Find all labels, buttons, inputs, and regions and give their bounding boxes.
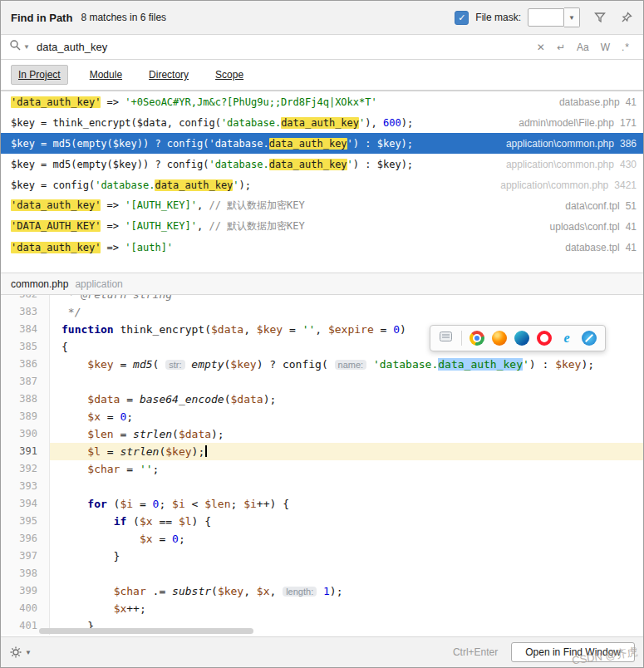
result-location: database.tpl41 [565,242,637,253]
chevron-down-icon[interactable]: ▼ [564,7,580,27]
search-input[interactable]: data_auth_key [37,41,107,53]
horizontal-scrollbar[interactable] [39,628,253,634]
code-segment: == [153,515,179,528]
code-segment: => [101,220,125,232]
code-segment: str: [165,360,184,370]
code-segment: 'database. [95,179,155,191]
code-segment: = [283,323,302,336]
chrome-icon[interactable] [469,331,484,346]
results-editor-splitter[interactable] [1,258,643,273]
open-in-browser-icon[interactable] [439,330,454,346]
result-row[interactable]: $key = config('database.data_auth_key');… [1,174,643,195]
editor-line[interactable]: 392 $char = ''; [1,460,643,478]
code-segment: // 默认数据加密KEY [209,220,304,232]
tab-scope[interactable]: Scope [210,66,248,84]
pin-icon[interactable] [620,11,633,24]
file-mask-input[interactable] [528,8,564,27]
tab-directory[interactable]: Directory [144,66,194,84]
search-bar[interactable]: ▼ data_auth_key ✕ ↵ Aa W .* [1,35,643,60]
whole-words-icon[interactable]: W [601,42,610,52]
editor-line[interactable]: 388 $data = base64_encode($data); [1,390,643,408]
editor-line[interactable]: 393 [1,478,643,495]
line-number: 389 [1,408,50,425]
match-case-icon[interactable]: Aa [577,42,589,52]
dialog-title: Find in Path [11,12,72,24]
preview-module-name: application [75,278,122,290]
firefox-icon[interactable] [492,331,507,346]
code-segment: */ [61,306,81,318]
opera-icon[interactable] [537,331,552,346]
result-row[interactable]: 'data_auth_key' => '[AUTH_KEY]', // 默认数据… [1,195,643,216]
code-segment: $l [179,515,192,528]
line-number: 392 [1,460,50,478]
result-row[interactable]: $key = think_encrypt($data, config('data… [1,112,643,133]
search-history-chevron-icon[interactable]: ▼ [23,43,30,51]
open-in-find-window-button[interactable]: Open in Find Window [511,642,635,662]
code-segment: ); [211,428,224,440]
code-segment: $char [87,463,120,475]
line-number: 399 [1,582,50,600]
editor-line[interactable]: 387 [1,373,643,390]
settings-control[interactable]: ▼ [9,646,32,659]
editor-line[interactable]: 390 $len = strlen($data); [1,425,643,443]
internet-explorer-icon[interactable] [559,331,574,346]
clear-search-icon[interactable]: ✕ [537,42,545,52]
code-segment: $key [218,585,243,597]
editor-code: * @return string [50,295,643,303]
editor-line[interactable]: 399 $char .= substr($key, $x, length: 1)… [1,582,643,600]
footer-actions: Ctrl+Enter Open in Find Window [453,642,635,662]
editor-line[interactable]: 382 * @return string [1,295,643,303]
results-list: 'data_auth_key' => '+0SeoAC#YR,Jm&c?[PhU… [1,91,643,258]
editor-code: $data = base64_encode($data); [50,390,643,408]
editor-line[interactable]: 391 $l = strlen($key); [1,443,643,460]
result-location: database.php41 [559,96,637,108]
editor-preview[interactable]: 382 * @return string383 */384function th… [1,295,643,636]
code-segment: ( [211,585,218,597]
editor-line[interactable]: 397 } [1,548,643,565]
result-row[interactable]: $key = md5(empty($key)) ? config('databa… [1,154,643,174]
code-segment: $data [179,428,211,440]
code-segment: => [101,199,125,211]
result-row[interactable]: 'data_auth_key' => '[auth]'database.tpl4… [1,237,643,258]
code-segment: } [61,550,120,562]
editor-line[interactable]: 389 $x = 0; [1,408,643,425]
editor-line[interactable]: 400 $x++; [1,600,643,617]
line-number: 388 [1,390,50,408]
tab-in-project[interactable]: In Project [11,65,68,85]
result-row[interactable]: $key = md5(empty($key)) ? config('databa… [1,133,643,154]
edge-icon[interactable] [514,331,529,346]
editor-line[interactable]: 396 $x = 0; [1,530,643,548]
code-segment: 'DATA_AUTH_KEY' [11,220,101,232]
line-number: 390 [1,425,50,443]
editor-line[interactable]: 383 */ [1,303,643,321]
code-segment: function [61,323,114,336]
editor-code [50,373,643,390]
code-segment: = [120,393,139,405]
code-segment: length: [283,587,317,597]
code-segment: '+0SeoAC#YR,Jm&c?[PhUg9u;;Drd8Fj4q|XOkx*… [125,96,376,108]
regex-icon[interactable]: .* [622,42,630,52]
file-mask-checkbox[interactable]: ✓ [455,11,469,25]
code-segment: , [197,199,209,211]
editor-line[interactable]: 398 [1,565,643,582]
editor-line[interactable]: 395 if ($x == $l) { [1,513,643,530]
editor-line[interactable]: 394 for ($i = 0; $i < $len; $i++) { [1,495,643,513]
code-segment [61,533,140,545]
code-segment: data_auth_key [269,159,347,170]
editor-line[interactable]: 386 $key = md5( str: empty($key) ? confi… [1,356,643,373]
result-code: $key = md5(empty($key)) ? config('databa… [11,138,494,150]
safari-icon[interactable] [582,331,597,346]
result-location: uploads\conf.tpl41 [550,221,637,233]
tab-module[interactable]: Module [85,66,127,84]
code-segment: ) ? config( [257,358,335,371]
editor-code: $x = 0; [50,530,643,548]
code-segment: ' [233,179,238,191]
filter-icon[interactable] [593,11,607,24]
newline-icon[interactable]: ↵ [557,42,565,52]
editor-code: } [50,548,643,565]
result-row[interactable]: 'DATA_AUTH_KEY' => '[AUTH_KEY]', // 默认数据… [1,216,643,237]
result-row[interactable]: 'data_auth_key' => '+0SeoAC#YR,Jm&c?[PhU… [1,91,643,112]
code-segment: * @return string [61,295,172,301]
dialog-header: Find in Path 8 matches in 6 files ✓ File… [1,1,643,35]
file-mask-combo[interactable]: ▼ [528,7,580,27]
